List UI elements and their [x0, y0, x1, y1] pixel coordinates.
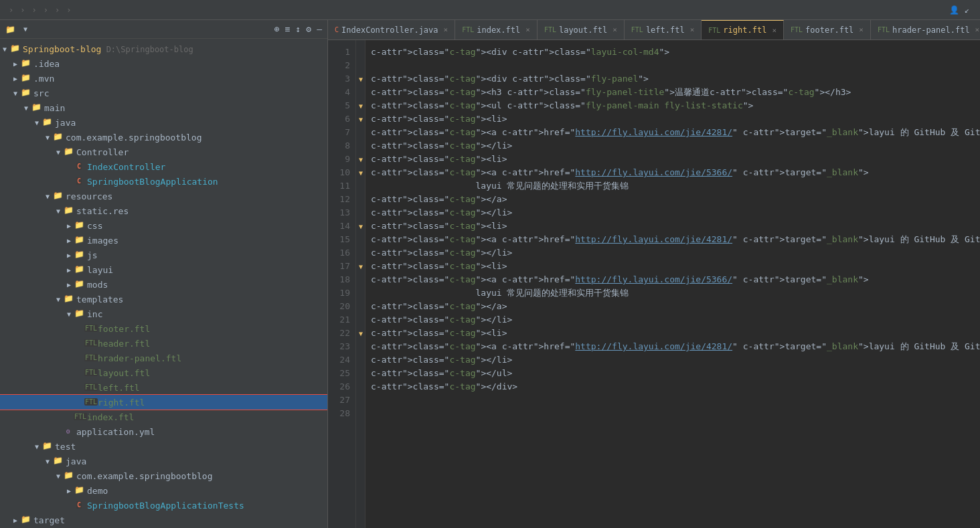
- tree-item-31[interactable]: ▶ 📁 demo: [0, 483, 327, 498]
- tree-item-3[interactable]: ▶ 📁 .mvn: [0, 71, 327, 86]
- tab-left-ftl[interactable]: FTL left.ftl ×: [625, 20, 702, 40]
- tree-item-22[interactable]: FTL hrader-panel.ftl: [0, 351, 327, 365]
- tree-arrow: ▶: [64, 222, 74, 230]
- file-icon: 📁: [42, 441, 52, 452]
- code-line-3: c-attr">class="c-tag"><div c-attr">class…: [371, 72, 980, 86]
- tab-close-button[interactable]: ×: [859, 25, 864, 34]
- file-icon: 📁: [20, 515, 31, 525]
- tree-item-13[interactable]: ▶ 📁 css: [0, 218, 327, 233]
- tab-right-ftl[interactable]: FTL right.ftl ×: [702, 20, 784, 40]
- expand-icon[interactable]: ↕: [296, 24, 301, 34]
- collapse-all-icon[interactable]: ≡: [285, 24, 291, 34]
- tab-label: footer.ftl: [805, 25, 853, 35]
- tree-item-19[interactable]: ▼ 📁 inc: [0, 306, 327, 321]
- tab-index-ftl[interactable]: FTL index.ftl ×: [455, 20, 538, 40]
- fold-marker-6[interactable]: ▼: [356, 112, 365, 126]
- tab-close-button[interactable]: ×: [525, 25, 530, 34]
- tree-item-10[interactable]: C SpringbootBlogApplication: [0, 174, 327, 189]
- fold-marker-4: [356, 86, 365, 99]
- tree-item-15[interactable]: ▶ 📁 js: [0, 248, 327, 262]
- tab-close-button[interactable]: ×: [690, 25, 695, 34]
- fold-marker-17[interactable]: ▼: [356, 260, 365, 273]
- user-icon[interactable]: 👤: [949, 5, 959, 15]
- line-number-1: 1: [333, 46, 350, 59]
- tab-bar: C IndexController.java × FTL index.ftl ×…: [328, 20, 980, 40]
- file-icon: C: [74, 161, 84, 172]
- fold-marker-1: [356, 46, 365, 59]
- tree-item-20[interactable]: FTL footer.ftl: [0, 321, 327, 336]
- tree-arrow: ▶: [11, 517, 20, 524]
- tree-item-1[interactable]: ▼ 📁 Springboot-blog D:\Springboot-blog: [0, 41, 327, 56]
- fold-marker-9[interactable]: ▼: [356, 153, 365, 166]
- tree-label: js: [87, 250, 98, 260]
- tab-layout-ftl[interactable]: FTL layout.ftl ×: [538, 20, 625, 40]
- tree-arrow: ▼: [54, 296, 63, 303]
- tree-item-29[interactable]: ▼ 📁 java: [0, 454, 327, 468]
- tree-arrow: ▼: [43, 193, 52, 200]
- fold-marker-25: [356, 367, 365, 380]
- fold-marker-16: [356, 246, 365, 260]
- tree-item-32[interactable]: C SpringbootBlogApplicationTests: [0, 498, 327, 513]
- tab-hrader-panel-ftl[interactable]: FTL hrader-panel.ftl ×: [871, 20, 980, 40]
- tab-close-button[interactable]: ×: [612, 25, 617, 34]
- tree-item-9[interactable]: C IndexController: [0, 159, 327, 174]
- tree-item-17[interactable]: ▶ 📁 mods: [0, 277, 327, 292]
- locate-icon[interactable]: ⊕: [274, 24, 280, 34]
- tree-item-23[interactable]: FTL layout.ftl: [0, 365, 327, 380]
- tree-item-6[interactable]: ▼ 📁 java: [0, 115, 327, 130]
- tree-item-27[interactable]: ⚙ application.yml: [0, 424, 327, 439]
- tree-label: hrader-panel.ftl: [98, 353, 181, 363]
- fold-marker-3[interactable]: ▼: [356, 72, 365, 86]
- tree-item-25[interactable]: FTL right.ftl: [0, 395, 327, 410]
- tab-close-button[interactable]: ×: [975, 25, 980, 34]
- file-icon: FTL: [84, 323, 95, 334]
- code-line-10: c-attr">class="c-tag"><a c-attr">href="h…: [371, 166, 980, 179]
- tree-item-7[interactable]: ▼ 📁 com.example.springbootblog: [0, 130, 327, 145]
- tree-item-30[interactable]: ▼ 📁 com.example.springbootblog: [0, 468, 327, 483]
- tree-item-4[interactable]: ▼ 📁 src: [0, 86, 327, 100]
- code-line-22: c-attr">class="c-tag"><li>: [371, 327, 980, 340]
- tree-label: test: [55, 442, 76, 452]
- fold-marker-14[interactable]: ▼: [356, 219, 365, 233]
- code-area[interactable]: c-attr">class="c-tag"><div c-attr">class…: [365, 40, 980, 528]
- tab-IndexController-java[interactable]: C IndexController.java ×: [328, 20, 455, 40]
- tree-item-18[interactable]: ▼ 📁 templates: [0, 292, 327, 306]
- code-line-16: c-attr">class="c-tag"></li>: [371, 246, 980, 260]
- line-numbers: 1234567891011121314151617181920212223242…: [328, 40, 356, 528]
- file-tree[interactable]: ▼ 📁 Springboot-blog D:\Springboot-blog ▶…: [0, 39, 327, 528]
- fold-marker-10[interactable]: ▼: [356, 166, 365, 179]
- git-icon[interactable]: ↙: [965, 5, 969, 15]
- tree-item-28[interactable]: ▼ 📁 test: [0, 439, 327, 454]
- code-line-7: c-attr">class="c-tag"><a c-attr">href="h…: [371, 126, 980, 139]
- tree-item-8[interactable]: ▼ 📁 Controller: [0, 145, 327, 159]
- minimize-icon[interactable]: —: [317, 24, 322, 34]
- folder-icon: 📁: [5, 25, 15, 34]
- tree-item-26[interactable]: FTL index.ftl: [0, 410, 327, 424]
- tree-item-2[interactable]: ▶ 📁 .idea: [0, 56, 327, 71]
- tree-item-21[interactable]: FTL header.ftl: [0, 336, 327, 351]
- code-line-15: c-attr">class="c-tag"><a c-attr">href="h…: [371, 233, 980, 246]
- tree-item-14[interactable]: ▶ 📁 images: [0, 233, 327, 248]
- tab-close-button[interactable]: ×: [772, 26, 777, 35]
- line-number-22: 22: [333, 327, 350, 340]
- tree-label: com.example.springbootblog: [66, 133, 202, 143]
- tab-footer-ftl[interactable]: FTL footer.ftl ×: [784, 20, 871, 40]
- fold-marker-22[interactable]: ▼: [356, 327, 365, 340]
- tree-item-5[interactable]: ▼ 📁 main: [0, 100, 327, 115]
- dropdown-icon[interactable]: ▼: [23, 25, 27, 33]
- tree-label: mods: [87, 280, 108, 290]
- line-number-17: 17: [333, 260, 350, 273]
- tree-item-24[interactable]: FTL left.ftl: [0, 380, 327, 395]
- tab-close-button[interactable]: ×: [444, 25, 448, 34]
- settings-icon[interactable]: ⚙: [306, 24, 311, 34]
- code-line-13: c-attr">class="c-tag"></li>: [371, 206, 980, 219]
- line-number-14: 14: [333, 219, 350, 233]
- tab-label: layout.ftl: [559, 25, 607, 35]
- fold-marker-5[interactable]: ▼: [356, 99, 365, 112]
- tree-item-12[interactable]: ▼ 📁 static.res: [0, 203, 327, 218]
- tree-arrow: ▶: [64, 281, 74, 288]
- sidebar-header: 📁 ▼ ⊕ ≡ ↕ ⚙ —: [0, 20, 327, 39]
- tree-item-16[interactable]: ▶ 📁 layui: [0, 262, 327, 277]
- tree-item-11[interactable]: ▼ 📁 resources: [0, 189, 327, 203]
- tree-item-33[interactable]: ▶ 📁 target: [0, 513, 327, 527]
